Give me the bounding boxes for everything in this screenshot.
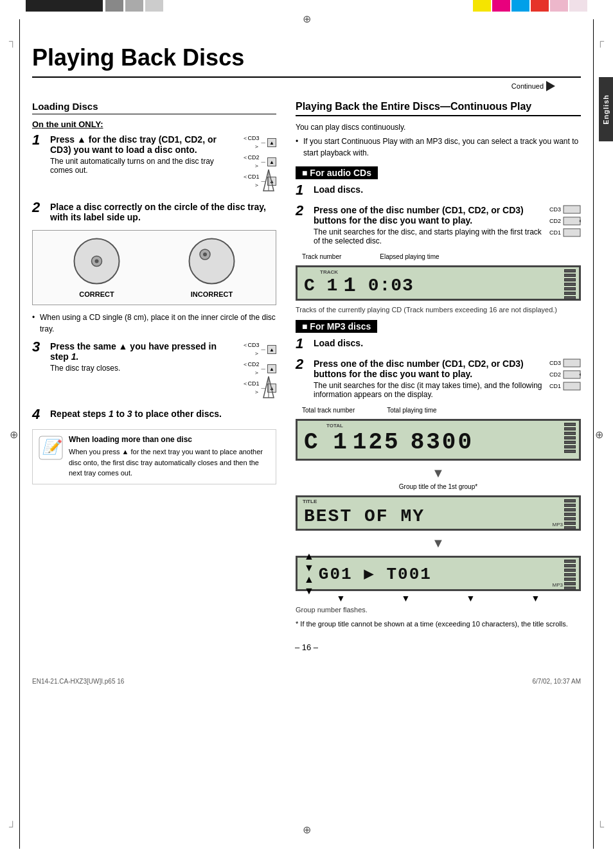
mp3-label-2: MP3 (553, 522, 563, 527)
mp3-cd-selector-rows: CD3 CD2 (549, 359, 581, 391)
step-4: 4 Repeat steps 1 to 3 to place other dis… (32, 409, 276, 421)
top-bar (0, 0, 613, 12)
step-1-inline: Press ▲ for the disc tray (CD1, CD2, or … (50, 134, 276, 194)
on-unit-only-subtitle: On the unit ONLY: (32, 120, 276, 129)
total-label-lcd: TOTAL (326, 423, 343, 429)
mp3-ind-6 (564, 445, 576, 448)
footer-right: 6/7/02, 10:37 AM (532, 678, 581, 685)
mp3-lcd2-content: BEST OF MY (304, 506, 425, 526)
mp3-step-1-content: Load discs. (314, 338, 581, 348)
svg-point-3 (95, 260, 99, 263)
step-4-bold: Repeat steps 1 to 3 to place other discs… (50, 409, 222, 419)
red-block (531, 0, 549, 12)
tray-btn-3-cd3: ▲ (267, 345, 276, 354)
mp3-ind-7 (564, 450, 576, 453)
tray-cursor-icon (262, 166, 276, 194)
cd-single-note: When using a CD single (8 cm), place it … (32, 312, 276, 335)
page-number: – 16 – (32, 642, 581, 652)
track-label-lcd: TRACK (320, 269, 338, 275)
elapsed-time-label: Elapsed playing time (380, 253, 439, 260)
mp3-cd1-label: CD1 (549, 383, 561, 389)
mp3-cd3-icon (563, 359, 581, 368)
cd-selector-mp3: CD3 CD2 (549, 359, 581, 399)
cd-selector-audio: CD3 CD2 (549, 205, 581, 245)
mp3-ind2-1 (564, 499, 576, 502)
mp3-ind-2 (564, 427, 576, 430)
playing-back-title: Playing Back the Entire Discs—Continuous… (296, 101, 581, 116)
gray-block-3 (145, 0, 163, 12)
audio-step-2-bold: Press one of the disc number (CD1, CD2, … (314, 205, 524, 226)
mp3-ind-4 (564, 436, 576, 439)
vertical-arrows-icon: ▲ ▼ ▲ ▼ (304, 551, 314, 597)
mp3-ind2-5 (564, 517, 576, 520)
reg-mark-tl: ┐ (9, 35, 16, 47)
audio-step-1: 1 Load discs. (296, 184, 581, 197)
bottom-info: EN14-21.CA-HXZ3[UW]I.p65 16 6/7/02, 10:3… (32, 678, 581, 685)
ind-5 (564, 287, 576, 290)
tray-row-cd3: ＜CD3＞ ─ ▲ (239, 134, 276, 151)
cd2-label: CD2 (549, 218, 561, 224)
step-3-bold: Press the same ▲ you have pressed in ste… (50, 341, 217, 362)
cd3-row: CD3 (549, 205, 581, 214)
tray-row-3-cd3: ＜CD3＞ ─ ▲ (239, 341, 276, 358)
svg-rect-14 (564, 371, 580, 378)
cd-incorrect: INCORRECT (188, 237, 236, 298)
incorrect-label: INCORRECT (188, 290, 236, 298)
step-1-note: The unit automatically turns on and the … (50, 157, 227, 175)
footer-left: EN14-21.CA-HXZ3[UW]I.p65 16 (32, 678, 124, 685)
cd-incorrect-icon (188, 237, 236, 285)
audio-step-2-text: Press one of the disc number (CD1, CD2, … (314, 205, 544, 245)
step-1-bold: Press ▲ for the disc tray (CD1, CD2, or … (50, 134, 217, 155)
mp3-ind-5 (564, 441, 576, 444)
reg-mark-br: └ (597, 821, 604, 833)
audio-step-1-num: 1 (296, 183, 310, 197)
step-2-content: Place a disc correctly on the circle of … (50, 202, 276, 222)
svg-rect-13 (564, 359, 580, 367)
svg-text:📝: 📝 (41, 438, 64, 456)
step-3-note: The disc tray closes. (50, 364, 227, 373)
reg-cross-top: ⊕ (303, 13, 311, 25)
group-title-label: Group title of the 1st group* (296, 483, 581, 490)
down-arrow-1: ▼ (296, 466, 581, 481)
main-content: Playing Back Discs Continued Loading Dis… (32, 37, 581, 652)
tray-illustration-1: ＜CD3＞ ─ ▲ ＜CD2＞ ─ ▲ ＜CD1＞ ─ (239, 134, 276, 194)
title-label: TITLE (303, 499, 317, 504)
gray-blocks (105, 0, 165, 12)
mp3-cd3-row: CD3 (549, 359, 581, 368)
mp3-cd1-row: CD1 (549, 382, 581, 391)
da-2: ▼ (402, 593, 411, 603)
mp3-step-2-content: Press one of the disc number (CD1, CD2, … (314, 359, 581, 399)
ind-6 (564, 292, 576, 295)
step-1: 1 Press ▲ for the disc tray (CD1, CD2, o… (32, 134, 276, 194)
magenta-block (492, 0, 510, 12)
step-3-inline: Press the same ▲ you have pressed in ste… (50, 341, 276, 401)
yellow-block (473, 0, 491, 12)
mp3-cd3-label: CD3 (549, 360, 561, 366)
step-2-num: 2 (32, 200, 46, 215)
reg-cross-bottom: ⊕ (303, 824, 311, 836)
mp3-ind3-5 (564, 578, 576, 581)
step-2-bold: Place a disc correctly on the circle of … (50, 202, 266, 222)
mp3-step-2-bold: Press one of the disc number (CD1, CD2, … (314, 359, 524, 379)
english-tab: English (599, 77, 613, 141)
mp3-step-1: 1 Load discs. (296, 338, 581, 351)
cd1-label: CD1 (549, 229, 561, 236)
mp3-header: ■ For MP3 discs (296, 320, 581, 333)
mp3-display1-labels: Total track number Total playing time (296, 407, 581, 414)
pink-block (550, 0, 568, 12)
svg-rect-12 (564, 229, 580, 236)
tray-cursor-3-icon (262, 373, 276, 401)
mp3-ind3-7 (564, 587, 576, 590)
lcd-track-num: 1 (343, 274, 356, 297)
mp3-ind2-4 (564, 513, 576, 516)
svg-point-4 (190, 239, 235, 284)
reg-cross-right: ⊕ (595, 428, 603, 440)
page-border-right (593, 19, 594, 849)
audio-cd-header-label: ■ For audio CDs (296, 166, 378, 179)
mp3-ind-1 (564, 423, 576, 426)
audio-step-2: 2 Press one of the disc number (CD1, CD2… (296, 205, 581, 245)
svg-rect-15 (564, 382, 580, 390)
step-1-text: Press ▲ for the disc tray (CD1, CD2, or … (50, 134, 227, 175)
mp3-lcd1-cd: C 1 (304, 429, 348, 456)
audio-display-labels: Track number Elapsed playing time (296, 253, 581, 260)
